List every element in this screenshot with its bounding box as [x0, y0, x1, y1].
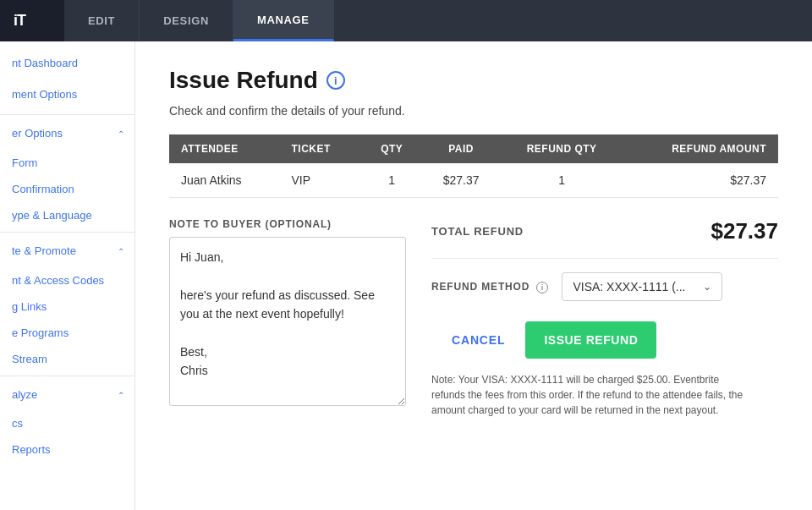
col-ticket: TICKET	[280, 134, 362, 163]
sidebar-section-order-options[interactable]: er Options ⌃	[0, 118, 134, 150]
total-refund-label: TOTAL REFUND	[431, 225, 524, 238]
chevron-down-icon: ⌄	[703, 281, 711, 293]
sidebar-item-programs[interactable]: e Programs	[0, 320, 134, 346]
issue-refund-button[interactable]: ISSUE REFUND	[525, 321, 656, 359]
sidebar-item-confirmation[interactable]: Confirmation	[0, 176, 134, 202]
col-refund-amount: REFUND AMOUNT	[623, 134, 778, 163]
note-textarea[interactable]	[169, 237, 406, 406]
total-refund-amount: $27.37	[710, 218, 778, 244]
refund-method-row: REFUND METHOD i VISA: XXXX-1111 (... ⌄	[431, 272, 778, 301]
sidebar-divider-2	[0, 232, 134, 233]
col-paid: PAID	[422, 134, 501, 163]
sidebar: nt Dashboard ment Options er Options ⌃ F…	[0, 41, 135, 510]
nav-edit[interactable]: EDIT	[64, 0, 140, 41]
page-title-row: Issue Refund i	[169, 67, 778, 94]
chevron-up-icon: ⌃	[118, 129, 124, 140]
note-label: NOTE TO BUYER (OPTIONAL)	[169, 218, 406, 230]
sidebar-item-reports[interactable]: Reports	[0, 436, 134, 463]
sidebar-divider-3	[0, 376, 134, 376]
sidebar-item-form[interactable]: Form	[0, 150, 134, 176]
refund-note-footer: Note: Your VISA: XXXX-1111 will be charg…	[431, 372, 753, 418]
cell-paid: $27.37	[422, 163, 501, 198]
cancel-button[interactable]: CANCEL	[431, 321, 525, 359]
note-section: NOTE TO BUYER (OPTIONAL)	[169, 218, 406, 409]
sidebar-item-analytics[interactable]: cs	[0, 410, 134, 436]
nav-manage[interactable]: MANAGE	[233, 0, 334, 41]
brand-logo: iT	[0, 0, 64, 41]
nav-design[interactable]: DESIGN	[140, 0, 233, 41]
sidebar-section-analyze-label: alyze	[12, 388, 37, 403]
cell-ticket: VIP	[280, 163, 362, 198]
sidebar-item-stream[interactable]: Stream	[0, 346, 134, 372]
sidebar-section-promote[interactable]: te & Promote ⌃	[0, 236, 134, 267]
visa-dropdown-value: VISA: XXXX-1111 (...	[573, 280, 685, 293]
cell-qty: 1	[362, 163, 422, 198]
chevron-up-icon-2: ⌃	[118, 246, 124, 257]
sidebar-item-payment-options[interactable]: ment Options	[0, 80, 134, 111]
col-qty: QTY	[362, 134, 422, 163]
action-buttons: CANCEL ISSUE REFUND	[431, 321, 778, 359]
info-icon[interactable]: i	[326, 71, 345, 90]
chevron-up-icon-3: ⌃	[118, 390, 124, 401]
col-attendee: ATTENDEE	[169, 134, 280, 163]
sidebar-item-access-codes[interactable]: nt & Access Codes	[0, 267, 134, 293]
sidebar-section-order-label: er Options	[12, 127, 63, 141]
refund-method-dropdown[interactable]: VISA: XXXX-1111 (... ⌄	[562, 272, 722, 301]
top-nav: iT EDIT DESIGN MANAGE	[0, 0, 812, 41]
sidebar-section-analyze[interactable]: alyze ⌃	[0, 380, 134, 411]
refund-table: ATTENDEE TICKET QTY PAID REFUND QTY REFU…	[169, 134, 778, 198]
refund-method-label-text: REFUND METHOD	[431, 281, 529, 293]
sidebar-item-links[interactable]: g Links	[0, 293, 134, 320]
page-title: Issue Refund	[169, 67, 318, 94]
sidebar-item-type-language[interactable]: ype & Language	[0, 202, 134, 228]
cell-refund-qty: 1	[501, 163, 623, 198]
total-refund-row: TOTAL REFUND $27.37	[431, 218, 778, 259]
bottom-section: NOTE TO BUYER (OPTIONAL) TOTAL REFUND $2…	[169, 218, 778, 418]
refund-method-label: REFUND METHOD i	[431, 281, 548, 293]
page-subtitle: Check and confirm the details of your re…	[169, 104, 778, 118]
sidebar-section-promote-label: te & Promote	[12, 244, 76, 259]
cell-refund-amount: $27.37	[623, 163, 778, 198]
main-content: Issue Refund i Check and confirm the det…	[135, 41, 812, 510]
table-row: Juan Atkins VIP 1 $27.37 1 $27.37	[169, 163, 778, 198]
cell-attendee: Juan Atkins	[169, 163, 280, 198]
sidebar-divider-1	[0, 114, 134, 115]
refund-method-info-icon[interactable]: i	[536, 282, 548, 293]
main-layout: nt Dashboard ment Options er Options ⌃ F…	[0, 41, 812, 510]
sidebar-item-dashboard[interactable]: nt Dashboard	[0, 48, 134, 80]
refund-details: TOTAL REFUND $27.37 REFUND METHOD i VISA…	[431, 218, 778, 418]
col-refund-qty: REFUND QTY	[501, 134, 623, 163]
